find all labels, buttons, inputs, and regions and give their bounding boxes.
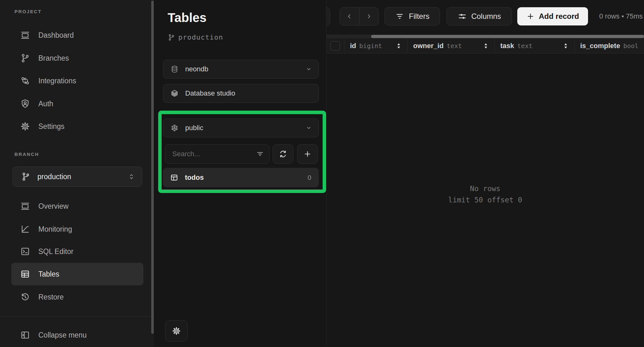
window-icon	[20, 30, 30, 40]
sidebar-item-dashboard[interactable]: Dashboard	[11, 24, 143, 47]
branch-selector-value: production	[37, 173, 127, 181]
collapse-menu-label: Collapse menu	[38, 331, 86, 339]
table-name: todos	[185, 174, 308, 182]
git-branch-icon	[21, 172, 31, 181]
sidebar-item-branches[interactable]: Branches	[11, 47, 143, 69]
add-record-label: Add record	[539, 12, 579, 21]
shield-user-icon	[20, 99, 30, 109]
database-selector-value: neondb	[185, 65, 305, 73]
terminal-icon	[20, 246, 30, 256]
sidebar-item-settings[interactable]: Settings	[11, 115, 143, 138]
sidebar-scrollbar[interactable]	[151, 1, 154, 334]
horizontal-scrollbar-handle[interactable]	[371, 35, 644, 38]
database-icon	[170, 65, 179, 74]
columns-label: Columns	[471, 12, 501, 21]
sidebar: PROJECT Dashboard Branches Integrations …	[0, 0, 154, 347]
schema-selector[interactable]: public	[163, 118, 319, 137]
schema-icon	[170, 124, 179, 132]
gear-icon	[20, 121, 30, 131]
column-header-is-complete[interactable]: is_complete bool	[575, 38, 644, 53]
sidebar-item-overview[interactable]: Overview	[11, 195, 143, 218]
git-branch-icon	[168, 34, 175, 41]
column-name: owner_id	[413, 42, 444, 50]
data-grid-area: Filters Columns Add record 0 rows • 75ms…	[326, 0, 644, 347]
cutoff-toolbar-button[interactable]	[326, 7, 330, 25]
sort-icon[interactable]	[395, 42, 403, 50]
plus-icon	[526, 12, 535, 21]
sidebar-item-label: Auth	[38, 100, 53, 108]
branch-selector[interactable]: production	[13, 167, 142, 187]
column-name: id	[350, 42, 356, 50]
collapse-menu-button[interactable]: Collapse menu	[11, 324, 143, 346]
add-record-button[interactable]: Add record	[517, 7, 588, 25]
database-studio-button[interactable]: Database studio	[163, 84, 319, 103]
empty-state: No rows limit 50 offset 0	[326, 183, 644, 206]
column-header-task[interactable]: task text	[495, 38, 575, 53]
pagination-controls	[340, 7, 379, 25]
sidebar-item-tables[interactable]: Tables	[11, 263, 143, 285]
sidebar-item-label: Restore	[38, 293, 64, 301]
table-search-field	[165, 144, 269, 164]
refresh-button[interactable]	[273, 144, 293, 164]
sliders-icon	[458, 12, 467, 21]
sidebar-item-label: Monitoring	[38, 225, 72, 234]
table-list-item-todos[interactable]: todos 0	[163, 168, 319, 187]
sidebar-item-monitoring[interactable]: Monitoring	[11, 218, 143, 240]
refresh-icon	[279, 150, 287, 158]
plus-icon	[303, 150, 312, 158]
sidebar-item-label: Integrations	[38, 77, 76, 85]
column-type: bool	[623, 42, 638, 50]
sidebar-item-label: Dashboard	[38, 31, 74, 40]
horizontal-scrollbar	[326, 35, 644, 38]
sort-icon[interactable]	[562, 42, 570, 50]
gear-icon	[172, 326, 181, 336]
result-info: 0 rows • 75ms	[599, 7, 643, 25]
column-type: text	[517, 42, 532, 50]
chart-icon	[20, 224, 30, 234]
sidebar-item-sql-editor[interactable]: SQL Editor	[11, 240, 143, 263]
chevron-left-icon	[345, 12, 353, 20]
git-branch-icon	[20, 53, 30, 63]
column-type: bigint	[359, 42, 382, 50]
filter-icon[interactable]	[256, 150, 264, 158]
column-name: task	[500, 42, 514, 50]
search-input[interactable]	[172, 150, 256, 158]
panel-collapse-icon	[20, 330, 30, 340]
filters-button[interactable]: Filters	[385, 7, 440, 25]
panel-title: Tables	[168, 11, 207, 25]
add-table-button[interactable]	[297, 144, 318, 164]
select-all-cell	[326, 38, 344, 53]
database-studio-label: Database studio	[185, 89, 313, 97]
project-section-label: PROJECT	[14, 9, 42, 14]
sort-icon[interactable]	[482, 42, 490, 50]
sidebar-item-restore[interactable]: Restore	[11, 286, 143, 308]
filter-icon	[395, 12, 404, 21]
next-page-button[interactable]	[359, 8, 379, 25]
cube-icon	[170, 89, 179, 98]
git-compare-icon	[20, 76, 30, 86]
empty-state-line1: No rows	[326, 183, 644, 194]
tables-panel: Tables production neondb Database studio…	[154, 0, 326, 347]
columns-button[interactable]: Columns	[447, 7, 512, 25]
database-selector[interactable]: neondb	[163, 60, 319, 79]
window-icon	[20, 201, 30, 211]
column-header-owner-id[interactable]: owner_id text	[408, 38, 495, 53]
panel-settings-button[interactable]	[165, 320, 188, 342]
panel-branch: production	[168, 33, 223, 41]
sidebar-item-auth[interactable]: Auth	[11, 92, 143, 115]
grid-header: id bigint owner_id text task text is_com…	[326, 38, 644, 53]
sidebar-item-label: Branches	[38, 54, 69, 63]
sidebar-item-integrations[interactable]: Integrations	[11, 69, 143, 92]
column-name: is_complete	[580, 42, 620, 50]
chevron-up-down-icon	[127, 173, 136, 181]
previous-page-button[interactable]	[340, 8, 359, 25]
filters-label: Filters	[409, 12, 429, 21]
branch-section-label: BRANCH	[14, 151, 39, 157]
chevron-down-icon	[305, 65, 313, 73]
select-all-checkbox[interactable]	[330, 41, 340, 51]
table-row-count: 0	[308, 174, 311, 181]
sidebar-item-label: Overview	[38, 202, 69, 211]
sidebar-item-label: Settings	[38, 122, 64, 131]
column-header-id[interactable]: id bigint	[344, 38, 408, 53]
sidebar-item-label: Tables	[38, 270, 59, 278]
